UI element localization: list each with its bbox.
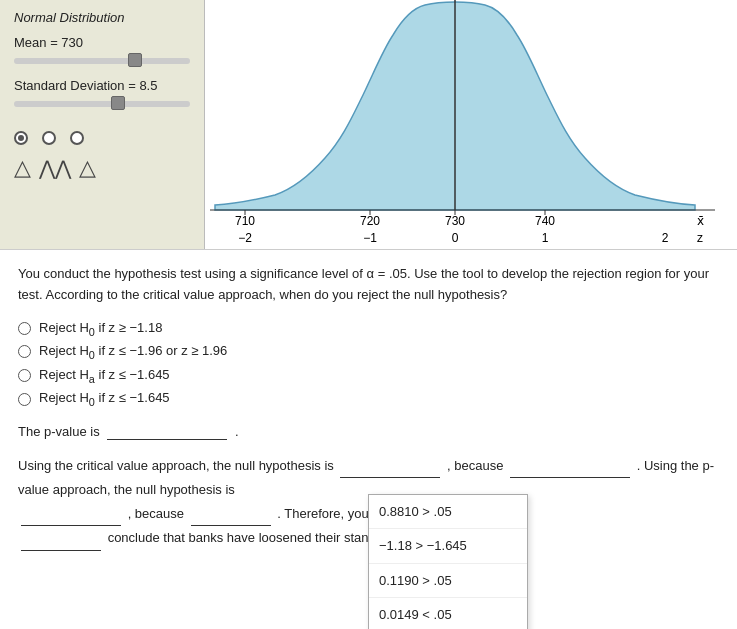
pvalue-period: .	[235, 424, 239, 439]
panel-title: Normal Distribution	[14, 10, 190, 25]
conclusion-section: Using the critical value approach, the n…	[18, 454, 719, 551]
x-label-xbar: x̄	[697, 214, 704, 228]
mean-label: Mean = 730	[14, 35, 190, 50]
conclusion-line1b: , because	[447, 458, 503, 473]
z-label-z: z	[697, 231, 703, 245]
options-list: Reject H0 if z ≥ −1.18 Reject H0 if z ≤ …	[18, 320, 719, 408]
radio-circle-3[interactable]	[70, 131, 84, 145]
z-label-neg1: −1	[363, 231, 377, 245]
conclusion-null-hyp-1[interactable]	[340, 454, 440, 478]
two-tail-icon[interactable]: ⋀⋀	[39, 156, 71, 180]
x-label-720: 720	[360, 214, 380, 228]
mean-slider-track	[14, 58, 190, 64]
pvalue-input[interactable]	[107, 424, 227, 440]
std-slider-track	[14, 101, 190, 107]
z-label-neg2: −2	[238, 231, 252, 245]
distribution-radio-row	[14, 131, 190, 145]
distribution-icon-row: △ ⋀⋀ △	[14, 155, 190, 181]
option-1-radio[interactable]	[18, 322, 31, 335]
conclusion-line2b: , because	[128, 506, 184, 521]
std-label: Standard Deviation = 8.5	[14, 78, 190, 93]
option-3-label: Reject Ha if z ≤ −1.645	[39, 367, 170, 385]
dropdown-popup: 0.8810 > .05 −1.18 > −1.645 0.1190 > .05…	[368, 494, 528, 629]
left-tail-icon[interactable]: △	[14, 155, 31, 181]
dropdown-item-3[interactable]: 0.1190 > .05	[369, 564, 527, 598]
x-label-740: 740	[535, 214, 555, 228]
option-1[interactable]: Reject H0 if z ≥ −1.18	[18, 320, 719, 338]
conclusion-line1a: Using the critical value approach, the n…	[18, 458, 334, 473]
std-slider-thumb[interactable]	[111, 96, 125, 110]
normal-distribution-chart: 710 720 730 740 x̄ −2 −1 0 1 2 z	[205, 0, 735, 250]
conclusion-because-2[interactable]	[191, 502, 271, 526]
option-1-label: Reject H0 if z ≥ −1.18	[39, 320, 162, 338]
z-label-2: 2	[662, 231, 669, 245]
dropdown-item-1[interactable]: 0.8810 > .05	[369, 495, 527, 529]
radio-circle-2[interactable]	[42, 131, 56, 145]
x-label-730: 730	[445, 214, 465, 228]
z-label-1: 1	[542, 231, 549, 245]
mean-slider-thumb[interactable]	[128, 53, 142, 67]
option-3-radio[interactable]	[18, 369, 31, 382]
conclusion-line1c: . Using	[637, 458, 677, 473]
conclusion-because-1[interactable]	[510, 454, 630, 478]
conclusion-null-hyp-2[interactable]	[21, 502, 121, 526]
option-4-label: Reject H0 if z ≤ −1.645	[39, 390, 170, 408]
option-2-label: Reject H0 if z ≤ −1.96 or z ≥ 1.96	[39, 343, 227, 361]
option-4[interactable]: Reject H0 if z ≤ −1.645	[18, 390, 719, 408]
dropdown-item-2[interactable]: −1.18 > −1.645	[369, 529, 527, 563]
question-body: You conduct the hypothesis test using a …	[18, 266, 709, 302]
radio-circle-1[interactable]	[14, 131, 28, 145]
left-panel: Normal Distribution Mean = 730 Standard …	[0, 0, 205, 249]
radio-item-2[interactable]	[42, 131, 56, 145]
z-label-0: 0	[452, 231, 459, 245]
right-tail-icon[interactable]: △	[79, 155, 96, 181]
option-3[interactable]: Reject Ha if z ≤ −1.645	[18, 367, 719, 385]
option-2-radio[interactable]	[18, 345, 31, 358]
conclusion-line2c: . Therefore, you	[277, 506, 369, 521]
x-label-710: 710	[235, 214, 255, 228]
graph-panel: 710 720 730 740 x̄ −2 −1 0 1 2 z	[205, 0, 737, 249]
top-section: Normal Distribution Mean = 730 Standard …	[0, 0, 737, 250]
option-4-radio[interactable]	[18, 393, 31, 406]
bottom-content: You conduct the hypothesis test using a …	[0, 250, 737, 565]
radio-item-1[interactable]	[14, 131, 28, 145]
radio-item-3[interactable]	[70, 131, 84, 145]
option-2[interactable]: Reject H0 if z ≤ −1.96 or z ≥ 1.96	[18, 343, 719, 361]
conclusion-blank-3[interactable]	[21, 526, 101, 550]
question-text: You conduct the hypothesis test using a …	[18, 264, 719, 306]
pvalue-section: The p-value is .	[18, 424, 719, 440]
dropdown-item-4[interactable]: 0.0149 < .05	[369, 598, 527, 629]
pvalue-label: The p-value is	[18, 424, 100, 439]
